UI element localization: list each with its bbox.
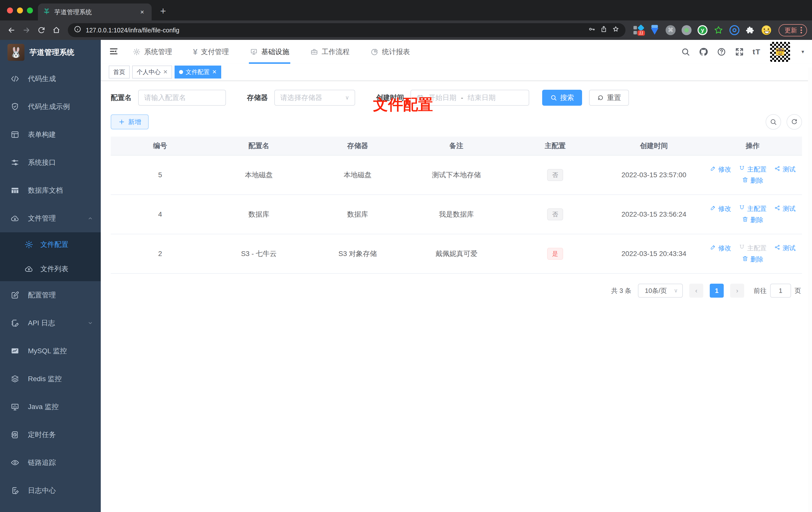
url-text[interactable]: 127.0.0.1:1024/infra/file/file-config: [86, 27, 584, 34]
browser-toolbar: 127.0.0.1:1024/infra/file/file-config 11…: [0, 21, 812, 40]
action-修改[interactable]: 修改: [710, 165, 731, 174]
sidebar-item-label: 配置管理: [28, 291, 94, 300]
nav-tab-支付管理[interactable]: ¥支付管理: [193, 40, 229, 64]
cell-storage: 数据库: [308, 195, 407, 234]
next-page-button[interactable]: ›: [730, 284, 744, 298]
action-主配置[interactable]: 主配置: [739, 204, 766, 213]
action-修改[interactable]: 修改: [710, 244, 731, 252]
cell-remark: 测试下本地存储: [407, 155, 506, 194]
nav-tab-系统管理[interactable]: 系统管理: [133, 40, 172, 64]
cell-id: 5: [111, 155, 209, 194]
action-测试[interactable]: 测试: [774, 204, 795, 213]
ext-emoji-icon[interactable]: [761, 25, 772, 35]
browser-menu-icon[interactable]: [801, 27, 802, 33]
ext-diamond-icon[interactable]: 11: [633, 25, 644, 35]
prev-page-button[interactable]: ‹: [689, 284, 703, 298]
page-size-select[interactable]: 10条/页 ∨: [638, 284, 683, 298]
sidebar-item-文件列表[interactable]: 文件列表: [0, 257, 101, 281]
close-tag-icon[interactable]: ✕: [212, 69, 216, 75]
storage-select[interactable]: 请选择存储器 ∨: [274, 90, 355, 106]
reset-button[interactable]: 重置: [589, 90, 629, 106]
briefcase-icon: [310, 48, 318, 56]
ext-gem-icon[interactable]: [649, 25, 660, 35]
bookmark-star-icon[interactable]: [612, 25, 619, 35]
font-size-icon[interactable]: tT: [753, 48, 761, 56]
sidebar-item-label: 表单构建: [28, 130, 94, 139]
collapse-sidebar-icon[interactable]: [109, 47, 120, 57]
action-删除[interactable]: 删除: [742, 255, 763, 264]
ext-command-icon[interactable]: ⌘: [665, 25, 676, 35]
nav-tab-统计报表[interactable]: 统计报表: [371, 40, 410, 64]
config-name-input[interactable]: 请输入配置名: [138, 90, 226, 106]
browser-tab[interactable]: 芋道管理系统 ×: [38, 3, 152, 21]
action-主配置[interactable]: 主配置: [739, 165, 766, 174]
page-scrollbar[interactable]: [808, 67, 812, 512]
nav-tab-基础设施[interactable]: 基础设施: [250, 40, 289, 64]
close-window-button[interactable]: [7, 7, 13, 13]
minimize-window-button[interactable]: [17, 7, 23, 13]
tab-close-icon[interactable]: ×: [138, 7, 147, 17]
view-tag-首页[interactable]: 首页: [109, 65, 130, 79]
sidebar-item-数据库文档[interactable]: 数据库文档: [0, 177, 101, 204]
master-tag: 否: [547, 169, 563, 181]
notification-badge: 11: [637, 30, 645, 36]
action-删除[interactable]: 删除: [742, 216, 763, 224]
new-tab-button[interactable]: +: [156, 4, 170, 18]
nav-tab-工作流程[interactable]: 工作流程: [310, 40, 350, 64]
avatar-caret-down-icon[interactable]: ▼: [801, 49, 805, 55]
address-bar[interactable]: 127.0.0.1:1024/infra/file/file-config: [68, 23, 626, 37]
sidebar-item-文件管理[interactable]: 文件管理: [0, 204, 101, 232]
view-tag-文件配置[interactable]: 文件配置✕: [175, 65, 221, 79]
sidebar-item-Redis 监控[interactable]: Redis 监控: [0, 365, 101, 393]
sidebar-item-日志中心[interactable]: 日志中心: [0, 477, 101, 505]
ext-y-icon[interactable]: y: [697, 25, 708, 35]
github-icon[interactable]: [699, 47, 708, 57]
back-icon[interactable]: [5, 24, 18, 37]
action-主配置[interactable]: 主配置: [739, 244, 766, 252]
search-button[interactable]: 搜索: [542, 90, 582, 106]
search-icon[interactable]: [681, 47, 690, 57]
action-测试[interactable]: 测试: [774, 165, 795, 174]
trash-icon: [742, 255, 748, 264]
browser-update-button[interactable]: 更新: [779, 24, 807, 36]
reload-icon[interactable]: [35, 24, 48, 37]
add-button[interactable]: 新增: [111, 114, 149, 129]
sidebar-item-链路追踪[interactable]: 链路追踪: [0, 449, 101, 477]
refresh-button[interactable]: [787, 114, 802, 130]
sidebar-item-代码生成[interactable]: 代码生成: [0, 65, 101, 93]
ext-star-icon[interactable]: [713, 25, 724, 35]
goto-page-input[interactable]: [770, 284, 791, 298]
close-tag-icon[interactable]: ✕: [163, 69, 168, 75]
action-修改[interactable]: 修改: [710, 204, 731, 213]
avatar[interactable]: [769, 41, 791, 63]
ext-record-icon[interactable]: [681, 25, 692, 35]
page-number-button[interactable]: 1: [710, 284, 724, 298]
browser-tab-strip: 芋道管理系统 × +: [0, 0, 812, 21]
sidebar-item-Java 监控[interactable]: Java 监控: [0, 393, 101, 421]
site-info-icon[interactable]: [74, 25, 81, 35]
ext-target-icon[interactable]: [729, 25, 740, 35]
gear-icon: [24, 240, 34, 249]
view-tag-个人中心[interactable]: 个人中心✕: [132, 65, 172, 79]
pie-chart-icon: [371, 48, 379, 56]
sidebar-item-配置管理[interactable]: 配置管理: [0, 281, 101, 309]
sidebar-item-系统接口[interactable]: 系统接口: [0, 149, 101, 177]
help-icon[interactable]: [717, 47, 726, 57]
extensions-puzzle-icon[interactable]: [745, 25, 756, 35]
sidebar-item-文件配置[interactable]: 文件配置: [0, 232, 101, 257]
sidebar-item-MySQL 监控[interactable]: MySQL 监控: [0, 337, 101, 365]
key-icon[interactable]: [588, 25, 596, 35]
app-logo[interactable]: 🐰 芋道管理系统: [0, 40, 101, 65]
action-测试[interactable]: 测试: [774, 244, 795, 252]
home-icon[interactable]: [50, 24, 63, 37]
sidebar-item-API 日志[interactable]: API 日志: [0, 309, 101, 337]
forward-icon[interactable]: [20, 24, 33, 37]
action-删除[interactable]: 删除: [742, 176, 763, 185]
zoom-window-button[interactable]: [27, 7, 33, 13]
sidebar-item-定时任务[interactable]: 定时任务: [0, 421, 101, 449]
fullscreen-icon[interactable]: [735, 47, 744, 57]
sidebar-item-表单构建[interactable]: 表单构建: [0, 121, 101, 149]
share-icon[interactable]: [600, 25, 608, 35]
sidebar-item-代码生成示例[interactable]: 代码生成示例: [0, 93, 101, 121]
hide-search-button[interactable]: [765, 114, 781, 130]
